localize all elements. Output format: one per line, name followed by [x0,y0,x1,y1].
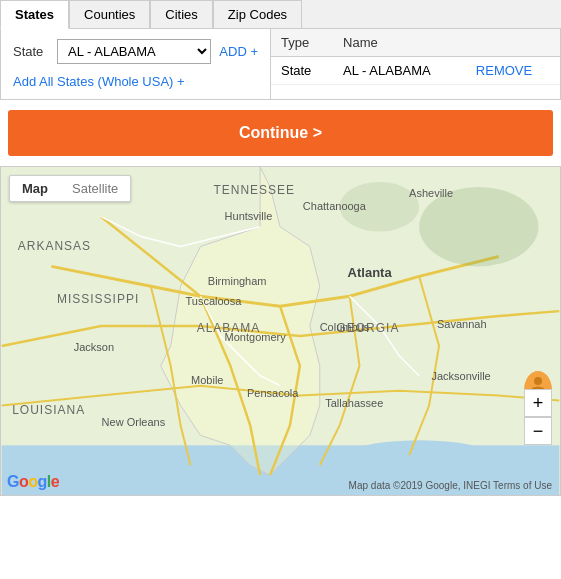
tab-cities[interactable]: Cities [150,0,213,28]
tabs-row: States Counties Cities Zip Codes [0,0,561,29]
selection-table: Type Name State AL - ALABAMA REMOVE [271,29,560,85]
map-toggle-map[interactable]: Map [10,176,60,201]
col-name: Name [333,29,466,57]
add-all-states-link[interactable]: Add All States (Whole USA) + [13,74,258,89]
svg-point-4 [340,182,420,232]
google-logo: Google [7,473,59,491]
map-background: TENNESSEE ARKANSAS MISSISSIPPI LOUISIANA… [1,167,560,495]
col-type: Type [271,29,333,57]
table-row: State AL - ALABAMA REMOVE [271,57,560,85]
state-label: State [13,44,49,59]
continue-button[interactable]: Continue > [8,110,553,156]
svg-point-3 [419,187,538,267]
zoom-controls: + − [524,389,552,445]
map-toggle: Map Satellite [9,175,131,202]
state-row: State AL - ALABAMA AK - ALASKA AZ - ARIZ… [13,39,258,64]
left-panel: State AL - ALABAMA AK - ALASKA AZ - ARIZ… [1,29,271,99]
map-container: TENNESSEE ARKANSAS MISSISSIPPI LOUISIANA… [0,166,561,496]
zoom-in-button[interactable]: + [524,389,552,417]
svg-point-5 [534,377,542,385]
right-panel: Type Name State AL - ALABAMA REMOVE [271,29,560,99]
row-type: State [271,57,333,85]
add-state-link[interactable]: ADD + [219,44,258,59]
tab-states[interactable]: States [0,0,69,29]
map-svg [1,167,560,495]
map-toggle-satellite[interactable]: Satellite [60,176,130,201]
zoom-out-button[interactable]: − [524,417,552,445]
col-action [466,29,560,57]
top-section: State AL - ALABAMA AK - ALASKA AZ - ARIZ… [0,29,561,100]
map-footer: Map data ©2019 Google, INEGI Terms of Us… [349,480,552,491]
svg-point-2 [340,440,499,480]
tab-counties[interactable]: Counties [69,0,150,28]
state-select[interactable]: AL - ALABAMA AK - ALASKA AZ - ARIZONA [57,39,211,64]
tab-zipcodes[interactable]: Zip Codes [213,0,302,28]
remove-link[interactable]: REMOVE [476,63,532,78]
row-name: AL - ALABAMA [333,57,466,85]
